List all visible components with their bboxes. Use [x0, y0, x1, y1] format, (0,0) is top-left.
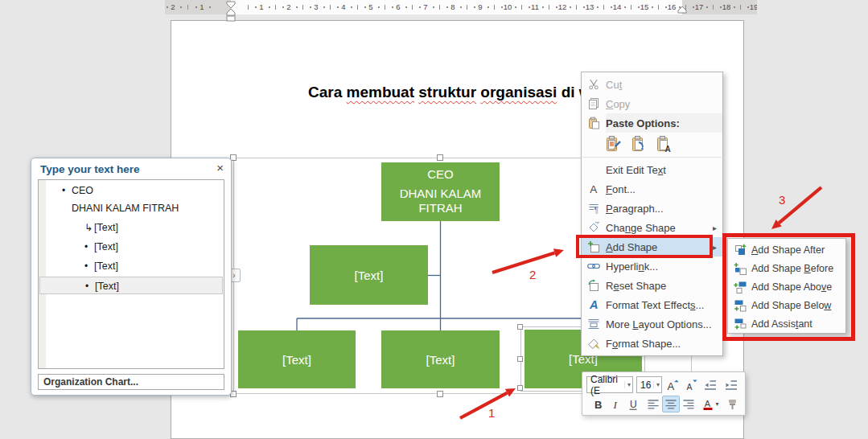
menu-icon-cell: A — [582, 298, 606, 311]
ruler-tick — [167, 6, 168, 8]
text-pane-item-text-2[interactable]: ↳[Text] — [39, 219, 223, 236]
ruler-number: 11 — [531, 2, 539, 11]
ruler-tick — [631, 5, 631, 10]
ruler-number: 1 — [259, 2, 263, 11]
ruler-tick — [364, 6, 366, 8]
ruler-number: 2 — [171, 2, 175, 11]
italic-button[interactable]: I — [607, 396, 624, 412]
menu-item-hyperlink[interactable]: Hyperlink... — [582, 256, 722, 276]
align-right-button[interactable] — [680, 396, 697, 412]
menu-item-paragraph[interactable]: ¶Paragraph... — [582, 199, 722, 218]
menu-item-copy[interactable]: Copy — [582, 94, 722, 113]
text-pane-footer[interactable]: Organization Chart... — [38, 374, 224, 390]
text-pane-title: Type your text here — [40, 163, 140, 175]
ruler-number: 8 — [450, 2, 455, 11]
menu-item-cut[interactable]: Cut — [582, 75, 722, 94]
ruler-tick — [310, 6, 311, 8]
ruler-tick — [446, 6, 448, 8]
annotation-box-add-shape — [576, 235, 713, 258]
underline-button[interactable]: U — [624, 396, 642, 412]
copy-icon — [587, 97, 600, 110]
menu-item-exit-edit-text[interactable]: Exit Edit Text — [582, 160, 722, 179]
menu-item-more-layout-options[interactable]: More Layout Options... — [582, 314, 722, 334]
text-pane-item-dhani-kalam-fitrah-1[interactable]: DHANI KALAM FITRAH — [39, 199, 223, 217]
grow-font-icon: A — [666, 379, 679, 392]
bold-button[interactable]: B — [589, 396, 607, 412]
font-color-button[interactable]: A▾ — [698, 396, 722, 412]
align-left-button[interactable] — [644, 396, 662, 412]
text-pane-item-label: [Text] — [95, 277, 119, 295]
ruler-tick — [180, 6, 182, 8]
ruler-number: 12 — [558, 2, 567, 11]
reset-shape-icon — [587, 279, 600, 292]
ruler-number: 19 — [750, 2, 757, 11]
ruler-number: 2 — [286, 2, 290, 11]
menu-item-reset-shape[interactable]: Reset Shape — [582, 276, 722, 295]
chevron-down-icon: ▾ — [715, 400, 718, 408]
annotation-label-2: 2 — [529, 268, 536, 281]
org-node-ceo[interactable]: CEO DHANI KALAM FITRAH — [381, 162, 500, 221]
ruler-tick — [302, 5, 303, 10]
text-pane-item-text-5[interactable]: •[Text] — [39, 277, 223, 294]
ruler-tick — [706, 6, 708, 8]
dot-bullet-icon: • — [85, 277, 88, 295]
menu-item-label: Hyperlink... — [606, 256, 722, 276]
align-center-button[interactable] — [662, 396, 680, 412]
sub3-handle-middle-left[interactable] — [517, 356, 523, 362]
menu-item-paste-options: Paste Options: — [582, 113, 722, 133]
org-node-sub2[interactable]: [Text] — [381, 330, 500, 388]
grow-font-button[interactable]: A — [664, 376, 681, 393]
org-node-sub1[interactable]: [Text] — [238, 330, 356, 388]
paste-option-keep-source-formatting[interactable] — [604, 133, 623, 154]
text-pane-item-label: [Text] — [94, 238, 118, 256]
ruler-tick — [187, 5, 188, 10]
merge-formatting-icon — [630, 135, 648, 153]
frame-handle-top-center[interactable] — [437, 154, 443, 161]
mini-toolbar: Calibri (E▾ 16▾ AABIUA▾ — [582, 371, 746, 416]
svg-text:¶: ¶ — [594, 206, 599, 215]
ruler-number: 4 — [341, 2, 345, 11]
format-painter-button[interactable] — [724, 396, 742, 412]
menu-item-format-text-effects[interactable]: AFormat Text Effects... — [582, 295, 722, 314]
ruler-number: 5 — [368, 2, 372, 11]
ruler-tick — [487, 6, 489, 8]
ruler-tick — [209, 6, 211, 8]
paste-option-keep-text-only[interactable]: A — [654, 133, 673, 154]
sub3-handle-bottom-left[interactable] — [517, 385, 523, 391]
sub3-handle-top-left[interactable] — [517, 324, 523, 330]
menu-item-format-shape[interactable]: Format Shape... — [582, 334, 722, 353]
font-name-combo[interactable]: Calibri (E▾ — [586, 376, 633, 393]
right-indent-marker[interactable] — [677, 6, 687, 14]
ruler-tick — [282, 6, 284, 8]
shrink-font-button[interactable]: A — [682, 376, 700, 393]
left-indent-marker[interactable] — [226, 1, 236, 22]
increase-indent-button[interactable] — [722, 376, 740, 393]
ruler-number: 13 — [586, 2, 594, 11]
text-pane-item-text-4[interactable]: •[Text] — [39, 257, 223, 275]
font-size-combo[interactable]: 16▾ — [636, 376, 662, 393]
ruler-tick — [665, 6, 667, 8]
decrease-indent-icon — [704, 379, 717, 392]
ruler-tick — [323, 6, 325, 8]
menu-item-label: Font... — [606, 179, 722, 199]
frame-handle-bottom-center[interactable] — [437, 391, 443, 397]
ruler-number: 3 — [314, 2, 318, 11]
org-node-assistant[interactable]: [Text] — [310, 245, 428, 305]
decrease-indent-button[interactable] — [701, 376, 719, 393]
document-title[interactable]: Cara membuat struktur organisasi di w — [308, 84, 591, 101]
ruler-tick — [515, 6, 516, 8]
text-pane-item-text-3[interactable]: •[Text] — [39, 238, 223, 256]
paste-option-merge-formatting[interactable] — [629, 133, 648, 154]
menu-item-font[interactable]: AFont... — [582, 179, 722, 199]
align-right-icon — [682, 398, 695, 411]
close-icon[interactable]: × — [216, 161, 224, 175]
text-pane-item-ceo-0[interactable]: •CEO — [39, 182, 223, 199]
menu-item-label: Format Text Effects... — [606, 295, 722, 314]
ruler-tick — [603, 5, 604, 10]
ruler-tick — [439, 5, 440, 10]
svg-text:I: I — [613, 399, 618, 411]
ruler-tick — [378, 6, 380, 8]
ruler-number: 16 — [668, 2, 677, 11]
menu-item-label: Reset Shape — [606, 276, 722, 295]
change-shape-icon — [587, 221, 600, 234]
